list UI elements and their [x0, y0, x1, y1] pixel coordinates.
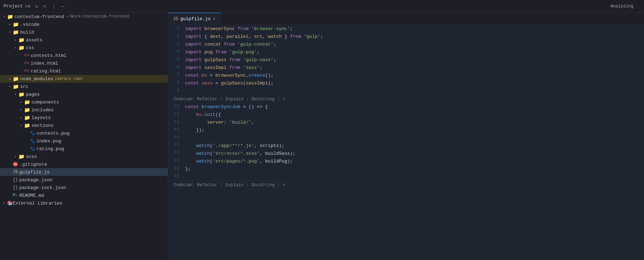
- sidebar-item-label: src: [20, 84, 28, 89]
- sidebar-item-scss[interactable]: ▸ 📁 scss: [0, 153, 168, 160]
- folder-icon: 📁: [24, 99, 30, 105]
- line-number: 6: [168, 64, 185, 70]
- sidebar-item-package-lock-json[interactable]: {} package-lock.json: [0, 184, 168, 191]
- target-icon[interactable]: ⊕: [27, 3, 30, 9]
- codeium-explain-button[interactable]: Explain: [225, 97, 243, 102]
- sidebar-item-build[interactable]: ▾ 📁 build: [0, 28, 168, 36]
- code-line: 10 const browserSyncJob = () => {: [168, 103, 644, 111]
- sidebar-item-src[interactable]: ▾ 📁 src: [0, 83, 168, 90]
- codeium-refactor-button[interactable]: Refactor: [197, 97, 218, 102]
- codeium-toolbar-bottom: Codeium: Refactor | Explain | Docstring …: [168, 181, 644, 189]
- tab-close-button[interactable]: ✕: [213, 16, 215, 22]
- line-number: 18: [168, 165, 185, 171]
- root-label: contestum-frontend: [15, 14, 64, 19]
- codeium-label: Codeium:: [174, 183, 194, 188]
- code-line: 13 });: [168, 126, 644, 134]
- line-number: 16: [168, 150, 185, 155]
- tabbar: JS gulpfile.js ✕: [168, 13, 644, 25]
- sidebar-root[interactable]: ▾ 📁 contestum-frontend ~/Work/contestum-…: [0, 13, 168, 20]
- sidebar-item-index-pug[interactable]: 🐾 index.pug: [0, 137, 168, 145]
- codeium-explain-button-bottom[interactable]: Explain: [225, 183, 243, 188]
- line-number: 1: [168, 25, 185, 31]
- line-content: [185, 87, 644, 95]
- sidebar-item-label: package-lock.json: [19, 185, 66, 190]
- folder-icon: 📁: [24, 115, 30, 121]
- sidebar-item-label: index.html: [30, 61, 58, 66]
- html-file-icon: <>: [24, 53, 29, 58]
- sidebar-item-rating-html[interactable]: <> rating.html: [0, 67, 168, 75]
- sidebar-item-package-json[interactable]: {} package.json: [0, 176, 168, 184]
- sidebar-item-label: contests.pug: [36, 131, 70, 136]
- codeium-docstring-button[interactable]: Docstring: [252, 97, 275, 102]
- codeium-docstring-button-bottom[interactable]: Docstring: [252, 183, 275, 188]
- sidebar-item-label: .vscode: [20, 22, 40, 27]
- code-line: 4 import pug from 'gulp-pug';: [168, 48, 644, 56]
- chevron-right-icon: ▸: [18, 108, 24, 112]
- line-number: 14: [168, 134, 185, 140]
- line-content: server: 'build/',: [185, 119, 644, 126]
- line-content: import { dest, parallel, src, watch } fr…: [185, 33, 644, 41]
- sidebar-item-readme[interactable]: M↓ README.md: [0, 191, 168, 199]
- line-content: const sass = gulpSass(sassImpl);: [185, 79, 644, 87]
- chevron-right-icon: ▸: [18, 100, 24, 104]
- chevron-down-icon: ▾: [18, 123, 24, 128]
- minimize-icon[interactable]: —: [61, 4, 64, 9]
- line-content: import browserSync from 'browser-sync';: [185, 25, 644, 33]
- folder-icon: 📁: [18, 37, 24, 43]
- code-line: 15 watch('./app/**/*.js', scripts);: [168, 142, 644, 150]
- json-file-icon: {}: [13, 185, 18, 190]
- json-file-icon: {}: [13, 177, 18, 182]
- line-content: import gulpSass from 'gulp-sass';: [185, 56, 644, 64]
- sidebar-item-layouts[interactable]: ▸ 📁 layouts: [0, 114, 168, 122]
- sidebar-item-assets[interactable]: ▸ 📁 assets: [0, 36, 168, 44]
- refresh-icon[interactable]: ↻: [35, 3, 38, 9]
- code-line: 1 import browserSync from 'browser-sync'…: [168, 25, 644, 33]
- line-number: 13: [168, 126, 185, 132]
- sidebar-item-gitignore[interactable]: ⛔ .gitignore: [0, 160, 168, 168]
- line-content: [185, 134, 644, 142]
- chevron-down-icon: ▾: [7, 84, 13, 89]
- code-line: 7 const bs = browserSync.create();: [168, 72, 644, 79]
- line-content: };: [185, 165, 644, 173]
- sidebar-item-includes[interactable]: ▸ 📁 includes: [0, 106, 168, 114]
- folder-icon: 📁: [7, 14, 13, 20]
- titlebar-icons: ⊕ ↻ ✕ ⋮ —: [27, 3, 64, 9]
- line-content: import sassImpl from 'sass';: [185, 64, 644, 72]
- line-content: import pug from 'gulp-pug';: [185, 48, 644, 56]
- project-label[interactable]: Project: [4, 4, 23, 9]
- sidebar-item-contests-html[interactable]: <> contests.html: [0, 52, 168, 59]
- pug-file-icon: 🐾: [30, 146, 35, 152]
- folder-icon: 📁: [13, 22, 19, 28]
- sidebar-item-pages[interactable]: ▾ 📁 pages: [0, 90, 168, 98]
- sidebar-item-sections[interactable]: ▾ 📁 sections: [0, 122, 168, 129]
- sidebar-item-label: pages: [26, 92, 40, 97]
- code-line: 12 server: 'build/',: [168, 119, 644, 126]
- sidebar-item-components[interactable]: ▸ 📁 components: [0, 98, 168, 106]
- line-content: watch('src/scss/*.scss', buildSass);: [185, 150, 644, 158]
- codeium-refactor-button-bottom[interactable]: Refactor: [197, 183, 218, 188]
- code-editor[interactable]: 1 import browserSync from 'browser-sync'…: [168, 25, 644, 260]
- codeium-close-button[interactable]: ×: [283, 97, 285, 102]
- code-lines: 1 import browserSync from 'browser-sync'…: [168, 25, 644, 189]
- tab-gulpfile[interactable]: JS gulpfile.js ✕: [168, 13, 220, 25]
- more-icon[interactable]: ⋮: [51, 3, 56, 9]
- sidebar-item-css[interactable]: ▸ 📁 css: [0, 44, 168, 52]
- separator: |: [246, 183, 249, 188]
- sidebar-item-external-libraries[interactable]: ▸ 📚 External Libraries: [0, 199, 168, 207]
- sidebar-item-gulpfile[interactable]: JS gulpfile.js: [0, 168, 168, 176]
- sidebar-item-contests-pug[interactable]: 🐾 contests.pug: [0, 129, 168, 137]
- line-content: });: [185, 126, 644, 134]
- html-file-icon: <>: [24, 69, 29, 73]
- chevron-right-icon: ▸: [7, 77, 13, 81]
- external-icon: 📚: [7, 200, 13, 206]
- sidebar-item-vscode[interactable]: ▸ 📁 .vscode: [0, 20, 168, 28]
- line-number: 19: [168, 173, 185, 179]
- codeium-close-button-bottom[interactable]: ×: [283, 183, 285, 188]
- sidebar-item-node-modules[interactable]: ▸ 📁 node_modules library root: [0, 75, 168, 83]
- code-line: 2 import { dest, parallel, src, watch } …: [168, 33, 644, 41]
- line-number: 8: [168, 79, 185, 85]
- sidebar-item-rating-pug[interactable]: 🐾 rating.pug: [0, 145, 168, 153]
- md-file-icon: M↓: [13, 193, 18, 198]
- close-icon[interactable]: ✕: [43, 3, 46, 9]
- sidebar-item-index-html[interactable]: <> index.html: [0, 59, 168, 67]
